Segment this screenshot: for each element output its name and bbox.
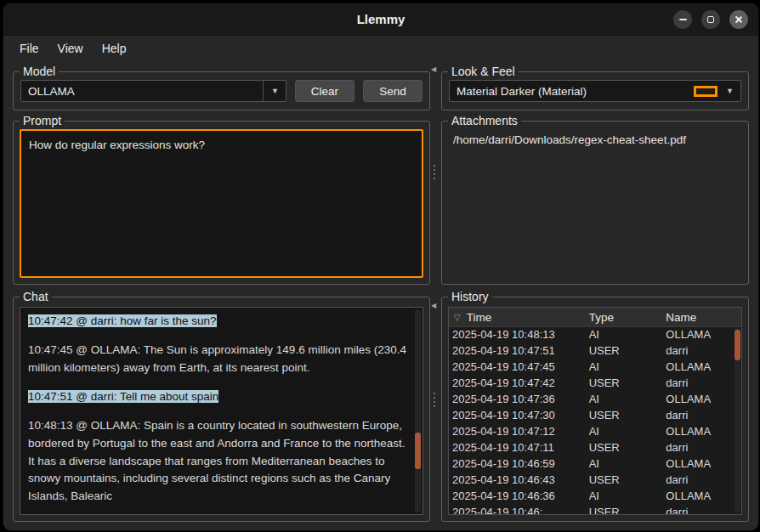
model-groupbox: Model OLLAMA ▼ Clear Send — [13, 71, 430, 110]
table-cell: darri — [666, 504, 734, 514]
table-row[interactable]: 2025-04-19 10:46:36AIOLLAMA — [449, 488, 734, 504]
table-row[interactable]: 2025-04-19 10:47:30USERdarri — [449, 407, 734, 423]
chat-scrollbar-handle[interactable] — [415, 433, 421, 469]
column-header-label: Type — [589, 311, 614, 324]
table-cell: 2025-04-19 10:48:13 — [449, 326, 589, 342]
menu-item-help[interactable]: Help — [94, 38, 135, 59]
table-cell: USER — [589, 504, 666, 514]
prompt-groupbox: Prompt How do regular expressions work? — [13, 121, 430, 285]
attachment-item[interactable]: /home/darri/Downloads/regex-cheat-sheet.… — [448, 130, 742, 150]
table-cell: 2025-04-19 10:47:51 — [449, 342, 589, 359]
history-groupbox: History ▽TimeTypeName 2025-04-19 10:48:1… — [441, 297, 749, 522]
chat-transcript: 10:47:42 @ darri: how far is the sun?10:… — [20, 308, 423, 506]
table-cell: 2025-04-19 10:47:12 — [449, 423, 589, 439]
minimize-button[interactable] — [673, 10, 692, 29]
column-header-time[interactable]: ▽Time — [449, 311, 589, 324]
send-button[interactable]: Send — [363, 80, 423, 102]
table-cell: AI — [589, 391, 666, 407]
history-scrollbar[interactable] — [734, 328, 740, 512]
table-row[interactable]: 2025-04-19 10:47:36AIOLLAMA — [449, 391, 734, 407]
table-row[interactable]: 2025-04-19 10:47:51USERdarri — [449, 342, 734, 359]
table-cell: OLLAMA — [666, 456, 734, 472]
chat-scrollbar[interactable] — [415, 309, 421, 512]
close-icon — [734, 15, 743, 24]
chat-group-label: Chat — [20, 290, 52, 304]
look-and-feel-group-label: Look & Feel — [448, 65, 519, 79]
table-cell: 2025-04-19 10:46: — [449, 504, 589, 514]
chat-message: 10:47:42 @ darri: how far is the sun? — [28, 313, 409, 331]
theme-color-swatch — [694, 86, 717, 97]
table-cell: 2025-04-19 10:46:43 — [449, 472, 589, 488]
table-cell: OLLAMA — [666, 391, 734, 407]
history-header-row: ▽TimeTypeName — [449, 308, 741, 327]
history-table: ▽TimeTypeName 2025-04-19 10:48:13AIOLLAM… — [448, 307, 742, 515]
table-cell: AI — [589, 488, 666, 504]
table-cell: OLLAMA — [666, 359, 734, 375]
maximize-button[interactable] — [701, 10, 720, 29]
table-cell: USER — [589, 375, 666, 391]
menu-item-view[interactable]: View — [49, 38, 92, 59]
maximize-icon — [707, 16, 714, 23]
prompt-input[interactable]: How do regular expressions work? — [20, 129, 423, 278]
look-and-feel-groupbox: Look & Feel Material Darker (Material) ▼ — [441, 71, 749, 110]
splitter-grip[interactable] — [432, 163, 437, 181]
title-bar[interactable]: Llemmy — [3, 3, 758, 36]
theme-select[interactable]: Material Darker (Material) ▼ — [449, 80, 741, 102]
clear-button[interactable]: Clear — [295, 80, 354, 102]
splitter-collapse-arrow[interactable]: ◀ — [429, 303, 438, 309]
app-window: Llemmy FileViewHelp Model OLLAMA ▼ Clear… — [3, 3, 759, 531]
chat-output[interactable]: 10:47:42 @ darri: how far is the sun?10:… — [20, 307, 423, 515]
table-cell: AI — [589, 423, 666, 439]
model-selected-value: OLLAMA — [28, 85, 255, 98]
chat-message: 10:47:51 @ darri: Tell me about spain — [28, 388, 409, 406]
prompt-text: How do regular expressions work? — [29, 139, 205, 151]
splitter-collapse-arrow[interactable]: ◀ — [429, 66, 438, 73]
table-row[interactable]: 2025-04-19 10:47:11USERdarri — [449, 439, 734, 456]
main-content: Model OLLAMA ▼ Clear Send Look & Feel Ma… — [3, 61, 758, 530]
table-cell: USER — [589, 472, 666, 488]
window-title: Llemmy — [357, 12, 406, 26]
filter-icon[interactable]: ▽ — [454, 313, 461, 322]
chat-message: 10:47:45 @ OLLAMA: The Sun is approximat… — [28, 342, 409, 377]
chevron-down-icon: ▼ — [263, 80, 279, 102]
table-cell: darri — [666, 375, 734, 391]
chevron-down-icon: ▼ — [726, 80, 734, 102]
look-and-feel-row: Material Darker (Material) ▼ — [449, 80, 741, 102]
table-cell: 2025-04-19 10:47:42 — [449, 375, 589, 391]
model-group-label: Model — [20, 65, 59, 79]
table-cell: USER — [589, 342, 666, 359]
table-cell: 2025-04-19 10:46:59 — [449, 456, 589, 472]
model-row: OLLAMA ▼ Clear Send — [20, 80, 423, 102]
history-group-label: History — [448, 290, 492, 304]
attachments-group-label: Attachments — [448, 114, 521, 128]
theme-selected-value: Material Darker (Material) — [457, 85, 687, 98]
table-row[interactable]: 2025-04-19 10:46:43USERdarri — [449, 472, 734, 488]
attachments-list[interactable]: /home/darri/Downloads/regex-cheat-sheet.… — [448, 130, 742, 278]
table-row[interactable]: 2025-04-19 10:47:45AIOLLAMA — [449, 359, 734, 375]
table-row[interactable]: 2025-04-19 10:47:42USERdarri — [449, 375, 734, 391]
menu-item-file[interactable]: File — [11, 38, 48, 59]
table-cell: USER — [589, 407, 666, 423]
table-cell: darri — [666, 342, 734, 359]
table-cell: 2025-04-19 10:46:36 — [449, 488, 589, 504]
model-select[interactable]: OLLAMA ▼ — [20, 80, 286, 102]
history-scrollbar-handle[interactable] — [734, 330, 740, 360]
table-cell: 2025-04-19 10:47:45 — [449, 359, 589, 375]
prompt-group-label: Prompt — [20, 114, 65, 128]
table-cell: darri — [666, 407, 734, 423]
table-row[interactable]: 2025-04-19 10:46:59AIOLLAMA — [449, 456, 734, 472]
table-row[interactable]: 2025-04-19 10:48:13AIOLLAMA — [449, 326, 734, 342]
table-cell: darri — [666, 439, 734, 456]
table-cell: USER — [589, 439, 666, 456]
column-header-label: Name — [666, 311, 696, 324]
table-row[interactable]: 2025-04-19 10:47:12AIOLLAMA — [449, 423, 734, 439]
table-cell: 2025-04-19 10:47:36 — [449, 391, 589, 407]
table-cell: OLLAMA — [666, 326, 734, 342]
chat-groupbox: Chat 10:47:42 @ darri: how far is the su… — [13, 297, 430, 522]
close-button[interactable] — [729, 10, 748, 29]
splitter-grip[interactable] — [432, 391, 437, 409]
column-header-name[interactable]: Name — [666, 311, 734, 324]
column-header-type[interactable]: Type — [589, 311, 666, 324]
chat-message: 10:48:13 @ OLLAMA: Spain is a country lo… — [28, 417, 409, 507]
table-row[interactable]: 2025-04-19 10:46:USERdarri — [449, 504, 734, 514]
